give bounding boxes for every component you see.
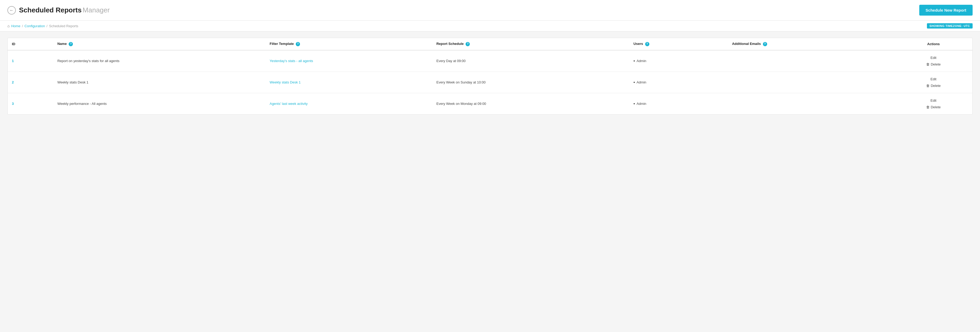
cell-additional-emails bbox=[728, 93, 895, 114]
cell-users: •Admin bbox=[629, 50, 728, 72]
delete-button[interactable]: 🗑 Delete bbox=[924, 83, 943, 88]
bullet-icon: • bbox=[633, 80, 635, 85]
emails-help-icon[interactable]: ? bbox=[763, 42, 767, 46]
col-header-schedule: Report Schedule ? bbox=[432, 38, 629, 50]
breadcrumb-bar: ⌂ Home / Configuration / Scheduled Repor… bbox=[0, 21, 980, 32]
schedule-new-report-button[interactable]: Schedule New Report bbox=[919, 5, 973, 16]
cell-id: 2 bbox=[8, 71, 53, 93]
timezone-badge: SHOWING TIMEZONE: UTC bbox=[927, 23, 973, 29]
name-help-icon[interactable]: ? bbox=[68, 42, 73, 46]
cell-name: Report on yesterday's stats for all agen… bbox=[53, 50, 266, 72]
breadcrumb-sep-1: / bbox=[22, 24, 23, 28]
delete-label: Delete bbox=[931, 62, 941, 66]
cell-filter-template: Weekly stats Desk 1 bbox=[266, 71, 432, 93]
trash-icon: 🗑 bbox=[926, 84, 929, 88]
filter-help-icon[interactable]: ? bbox=[296, 42, 300, 46]
user-label: Admin bbox=[636, 102, 646, 106]
scheduled-reports-table: ID Name ? Filter Template ? Report Sched… bbox=[8, 38, 972, 114]
table-card: ID Name ? Filter Template ? Report Sched… bbox=[7, 38, 973, 114]
schedule-help-icon[interactable]: ? bbox=[466, 42, 470, 46]
table-header-row: ID Name ? Filter Template ? Report Sched… bbox=[8, 38, 972, 50]
table-row: 3Weekly performance - All agentsAgents' … bbox=[8, 93, 972, 114]
delete-label: Delete bbox=[931, 105, 941, 109]
edit-button[interactable]: Edit bbox=[929, 98, 939, 103]
cell-actions: Edit 🗑 Delete bbox=[894, 71, 972, 93]
cell-actions: Edit 🗑 Delete bbox=[894, 50, 972, 72]
cell-report-schedule: Every Week on Sunday at 10:00 bbox=[432, 71, 629, 93]
breadcrumb-sep-2: / bbox=[46, 24, 48, 28]
bullet-icon: • bbox=[633, 102, 635, 106]
main-content: ID Name ? Filter Template ? Report Sched… bbox=[0, 32, 980, 121]
cell-additional-emails bbox=[728, 71, 895, 93]
bullet-icon: • bbox=[633, 59, 635, 64]
home-icon: ⌂ bbox=[7, 24, 10, 28]
col-header-name: Name ? bbox=[53, 38, 266, 50]
edit-button[interactable]: Edit bbox=[929, 76, 939, 82]
col-header-actions: Actions bbox=[894, 38, 972, 50]
cell-id: 3 bbox=[8, 93, 53, 114]
breadcrumb-home-link[interactable]: Home bbox=[11, 24, 20, 28]
cell-name: Weekly stats Desk 1 bbox=[53, 71, 266, 93]
cell-users: •Admin bbox=[629, 93, 728, 114]
cell-actions: Edit 🗑 Delete bbox=[894, 93, 972, 114]
cell-filter-template: Yesterday's stats - all agents bbox=[266, 50, 432, 72]
cell-name: Weekly performance - All agents bbox=[53, 93, 266, 114]
delete-button[interactable]: 🗑 Delete bbox=[924, 62, 943, 67]
trash-icon: 🗑 bbox=[926, 62, 929, 66]
table-row: 1Report on yesterday's stats for all age… bbox=[8, 50, 972, 72]
cell-report-schedule: Every Week on Monday at 09:00 bbox=[432, 93, 629, 114]
header-left: ← Scheduled Reports Manager bbox=[7, 6, 110, 14]
page-title-sub: Manager bbox=[83, 6, 110, 14]
trash-icon: 🗑 bbox=[926, 105, 929, 109]
col-header-emails: Additional Emails ? bbox=[728, 38, 895, 50]
table-row: 2Weekly stats Desk 1Weekly stats Desk 1E… bbox=[8, 71, 972, 93]
page-header: ← Scheduled Reports Manager Schedule New… bbox=[0, 0, 980, 21]
col-header-filter: Filter Template ? bbox=[266, 38, 432, 50]
breadcrumb-current: Scheduled Reports bbox=[49, 24, 78, 28]
cell-filter-template: Agents' last week activity bbox=[266, 93, 432, 114]
page-title-main: Scheduled Reports bbox=[19, 6, 81, 14]
breadcrumb-config-link[interactable]: Configuration bbox=[25, 24, 45, 28]
users-help-icon[interactable]: ? bbox=[645, 42, 649, 46]
breadcrumb: ⌂ Home / Configuration / Scheduled Repor… bbox=[7, 24, 78, 28]
edit-button[interactable]: Edit bbox=[929, 55, 939, 60]
col-header-users: Users ? bbox=[629, 38, 728, 50]
cell-id: 1 bbox=[8, 50, 53, 72]
back-button[interactable]: ← bbox=[7, 6, 16, 14]
col-header-id: ID bbox=[8, 38, 53, 50]
user-label: Admin bbox=[636, 80, 646, 84]
cell-users: •Admin bbox=[629, 71, 728, 93]
user-label: Admin bbox=[636, 59, 646, 63]
delete-label: Delete bbox=[931, 84, 941, 88]
cell-report-schedule: Every Day at 09:00 bbox=[432, 50, 629, 72]
cell-additional-emails bbox=[728, 50, 895, 72]
delete-button[interactable]: 🗑 Delete bbox=[924, 105, 943, 110]
